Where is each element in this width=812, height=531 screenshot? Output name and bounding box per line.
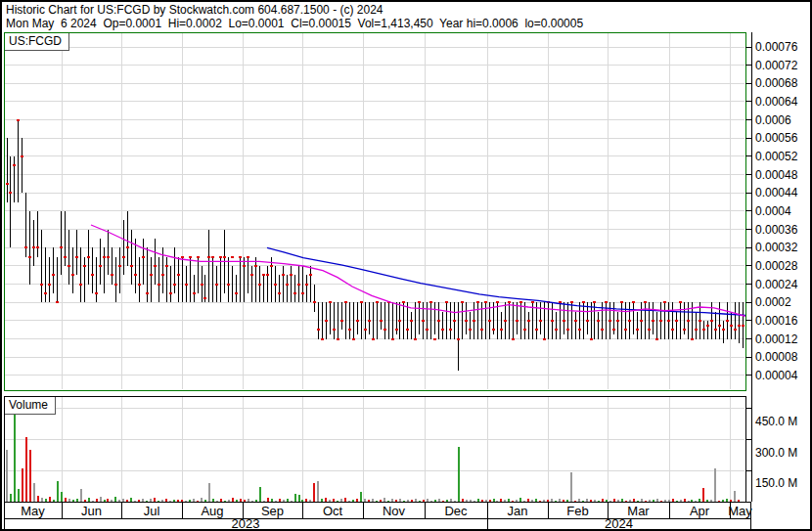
close-tick	[189, 256, 192, 258]
price-axis-label: 0.00024	[755, 278, 798, 291]
month-label: Dec	[444, 504, 468, 518]
close-tick	[333, 329, 336, 331]
close-tick	[395, 329, 398, 331]
price-axis-label: 0.00052	[755, 150, 798, 163]
volume-bar	[294, 494, 296, 502]
close-tick	[52, 274, 55, 276]
close-tick	[207, 256, 210, 258]
close-tick	[290, 274, 293, 276]
close-tick	[612, 329, 615, 331]
close-tick	[628, 320, 631, 322]
close-tick	[519, 301, 522, 303]
price-axis-label: 0.00072	[755, 59, 798, 72]
close-tick	[426, 329, 429, 331]
close-tick	[609, 320, 611, 322]
volume-bar	[734, 491, 736, 502]
close-tick	[150, 274, 153, 276]
close-tick	[679, 301, 682, 303]
volume-bar	[570, 472, 572, 502]
close-tick	[146, 292, 149, 294]
close-tick	[321, 338, 324, 340]
price-axis-label: 0.00064	[755, 95, 798, 109]
close-tick	[201, 284, 203, 286]
close-tick	[138, 284, 141, 286]
close-tick	[161, 274, 164, 276]
close-tick	[722, 329, 725, 331]
close-tick	[243, 265, 246, 267]
close-tick	[181, 256, 184, 258]
close-tick	[742, 325, 744, 327]
close-tick	[368, 320, 371, 322]
close-tick	[203, 297, 206, 299]
close-tick	[309, 274, 312, 276]
close-tick	[278, 292, 281, 294]
close-tick	[235, 292, 238, 294]
close-tick	[32, 246, 35, 248]
close-tick	[286, 284, 289, 286]
close-tick	[317, 329, 320, 331]
price-axis-label: 0.00076	[755, 40, 798, 54]
close-tick	[60, 246, 63, 248]
close-tick	[535, 329, 538, 331]
volume-bar	[519, 498, 521, 502]
close-tick	[197, 256, 200, 258]
close-tick	[28, 256, 31, 258]
month-label: Nov	[383, 504, 406, 518]
month-label: May	[728, 504, 752, 518]
close-tick	[223, 256, 226, 258]
close-tick	[337, 338, 339, 340]
close-tick	[227, 284, 230, 286]
close-tick	[71, 274, 74, 276]
close-tick	[687, 320, 690, 322]
close-tick	[730, 325, 733, 327]
close-tick	[500, 329, 503, 331]
volume-bar	[325, 498, 327, 502]
volume-bar	[80, 489, 82, 502]
close-tick	[352, 338, 355, 340]
close-tick	[75, 256, 78, 258]
volume-bar	[65, 498, 67, 502]
close-tick	[659, 320, 662, 322]
close-tick	[632, 301, 635, 303]
close-tick	[356, 320, 359, 322]
price-axis-label: 0.00048	[755, 168, 798, 182]
volume-axis-label: 300.0 M	[755, 446, 797, 460]
close-tick	[671, 329, 674, 331]
chart-canvas: 0.000760.000720.000680.000640.00060.0005…	[0, 0, 812, 531]
close-tick	[644, 301, 647, 303]
close-tick	[582, 301, 585, 303]
close-tick	[44, 292, 47, 294]
close-tick	[64, 256, 67, 258]
close-tick	[173, 284, 176, 286]
close-tick	[480, 329, 483, 331]
volume-bar	[259, 487, 261, 502]
symbol-label: US:FCGD	[5, 33, 69, 51]
close-tick	[266, 274, 269, 276]
price-axis-label: 0.0002	[755, 295, 791, 309]
close-tick	[496, 301, 499, 303]
close-tick	[21, 155, 23, 157]
close-tick	[636, 329, 639, 331]
volume-bar	[88, 498, 90, 502]
volume-bar	[702, 488, 704, 502]
price-axis-label: 0.00044	[755, 186, 798, 199]
volume-bar	[6, 450, 8, 502]
close-tick	[663, 301, 666, 303]
close-tick	[165, 265, 168, 267]
close-tick	[593, 301, 596, 303]
close-tick	[441, 329, 444, 331]
close-tick	[461, 301, 464, 303]
month-label: May	[21, 504, 45, 518]
close-tick	[422, 320, 425, 322]
volume-bar	[18, 489, 20, 502]
volume-bar	[458, 447, 460, 502]
month-label: Apr	[690, 504, 710, 518]
close-tick	[258, 284, 261, 286]
year-label: 2023	[232, 516, 260, 531]
close-tick	[433, 338, 436, 340]
volume-bar	[360, 492, 362, 502]
quote-summary-line: Mon May 6 2024 Op=0.0001 Hi=0.0002 Lo=0.…	[6, 17, 583, 30]
volume-bar	[383, 498, 385, 502]
close-tick	[103, 256, 106, 258]
volume-bar	[33, 483, 35, 502]
